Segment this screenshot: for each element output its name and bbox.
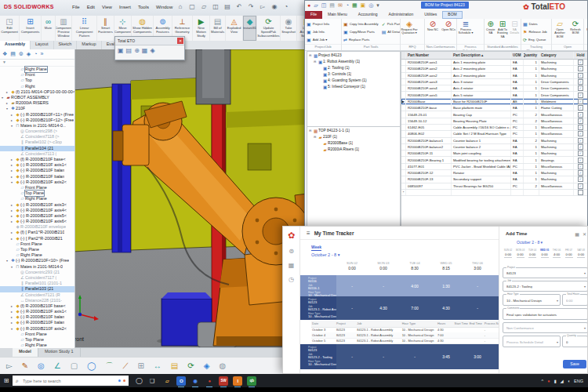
tree-item[interactable]: ▸◆(-) R-2000iB210F balan (0, 314, 74, 320)
mail-icon[interactable]: ✉ (338, 2, 343, 9)
column-header-quantity[interactable]: Quantity (524, 52, 539, 59)
tree-item[interactable]: ▰R2000Base (1) (307, 140, 400, 147)
job-field[interactable]: Job84123-2 : Tooling▾ (503, 281, 588, 292)
tree-item[interactable]: ∥Parallel103 (21 (0, 286, 74, 292)
tree-item[interactable]: ▸◆(-) R-2000iB210F axis1< (0, 309, 74, 314)
ribbon-new-motion-study[interactable]: ▶New Motion Study (193, 16, 210, 41)
eto-tab-file[interactable]: File (305, 11, 322, 19)
tab-motion-study-1[interactable]: Motion Study 1 (38, 348, 81, 357)
tree-item[interactable]: ▾⊓Mates in 2101-M014-0... (0, 123, 74, 129)
bom-row[interactable]: 40806-E02Cable Set / 2 M Brad-Harrison T… (401, 131, 588, 137)
hold-checkbox[interactable]: ✓ (578, 151, 583, 156)
start-button[interactable]: ⊞ (0, 377, 13, 384)
eto-button-dates[interactable]: ▦Dates (521, 20, 549, 27)
eto-button-add-job[interactable]: ▣Add Job ▾ (305, 35, 332, 43)
palette-icon-1[interactable]: ▤ (126, 47, 132, 54)
bom-row[interactable]: R2000iB210F-balance2Counter balance 2EA1… (401, 144, 588, 151)
task-view-button[interactable]: ❑ (150, 378, 154, 384)
bom-row[interactable]: ▶R2000BaseBase for R2000iB210FAS1Weldmen… (401, 99, 588, 105)
cell-hold[interactable]: ✓ (574, 170, 588, 176)
battery-icon[interactable]: ▮ (554, 379, 556, 383)
settings-icon[interactable]: ⊚ (289, 248, 294, 255)
tab-markup[interactable]: Markup (77, 41, 101, 49)
palette-icon-3[interactable]: ▦ (142, 47, 148, 54)
column-header-uom[interactable]: UOM (511, 52, 524, 59)
ribbon-exploded-view[interactable]: ◬Exploded View (226, 16, 243, 41)
grid-icon[interactable]: ▦ (352, 2, 358, 9)
rebuild-icon[interactable]: ◉ (270, 3, 278, 10)
redo-icon[interactable]: ↷ (247, 3, 255, 10)
search-input[interactable] (21, 378, 116, 384)
cortana-button[interactable]: ◯ (136, 377, 143, 384)
bom-row[interactable]: 41077-E01PVC Jacket - Braid Shielded Cab… (401, 164, 588, 170)
hold-checkbox[interactable]: ✓ (578, 183, 583, 189)
cell-hold[interactable]: ✓ (574, 92, 588, 97)
tree-item[interactable]: ⊟▦Project 84123 (307, 53, 400, 59)
panel-tab-icon-2[interactable]: ⊚ (19, 51, 24, 57)
notification-icon[interactable]: ● (547, 379, 550, 383)
palette-icon-4[interactable]: ◈ (150, 47, 154, 54)
eto-button-sa-details[interactable]: ⊟SA Details (509, 19, 521, 44)
hold-checkbox[interactable]: ✓ (578, 105, 583, 111)
add-time-day[interactable]: MON 030:00 (515, 249, 526, 258)
undo-icon[interactable]: ↶ (235, 3, 243, 10)
tree-item[interactable]: ▸◆(f) R-2000iB210F base< (0, 157, 74, 162)
menu-tools[interactable]: Tools (138, 5, 149, 9)
bottom-toolbar-icon-5[interactable]: ◯ (87, 361, 96, 370)
add-time-day[interactable]: THU 064:00 (551, 249, 562, 258)
column-header-hold[interactable]: Hold (574, 52, 588, 59)
menu-insert[interactable]: Insert (119, 5, 131, 9)
chrome-taskbar-icon[interactable]: ◉ (191, 376, 200, 386)
bottom-toolbar-icon-8[interactable]: ⊞ (137, 361, 143, 370)
detail-row[interactable]: October 58412384123-1 - Robot Assembly10… (311, 338, 499, 344)
volume-icon[interactable]: ◖ (568, 379, 570, 383)
ribbon-bill-of-materials[interactable]: ▤Bill of Materials (210, 16, 226, 41)
column-header-part-description[interactable]: Part Description ▴ (452, 52, 511, 59)
tree-item[interactable]: ▣5: Infeed Conveyor (1) (307, 84, 400, 90)
tree-item[interactable]: ∠Coincident7121 (R (0, 292, 74, 298)
file-explorer-taskbar-icon[interactable]: ▱ (162, 376, 172, 386)
tree-item[interactable]: ▸◆(-) R-2000iB210F balan (0, 320, 74, 325)
tree-item[interactable]: ▱Right Plane (0, 252, 74, 258)
add-time-day[interactable]: SAT 080:00 (575, 249, 586, 258)
eto-button-new-nc[interactable]: ⊘New NC (425, 19, 441, 44)
hold-checkbox[interactable]: ✓ (578, 138, 583, 143)
cell-hold[interactable]: ✓ (574, 131, 588, 136)
chart-icon[interactable]: ▣ (361, 2, 366, 9)
non-conformance-field[interactable]: Non Conformance▾ (503, 322, 588, 333)
tree-item[interactable]: ▱Right Plane (0, 196, 74, 201)
cell-hold[interactable]: ✓ (574, 99, 588, 104)
comments-field[interactable]: CommentsFinal spec validation for actuat… (503, 308, 588, 320)
tree-item[interactable]: ▸◆(-) R-2000iB210F axis1< (0, 162, 74, 168)
hold-checkbox[interactable]: ✓ (578, 158, 583, 163)
eto-tab-utilities[interactable]: Utilities (419, 11, 442, 19)
bom-row[interactable]: R2000iB210F-axis4Axis 4 rotatorEA1Drive … (401, 85, 588, 92)
tree-item[interactable]: ∥Parallel101 (2101-1 (0, 281, 74, 286)
bottom-toolbar-icon-4[interactable]: ▢ (71, 361, 78, 370)
bom-row[interactable]: R2000iB210F-axis2Axis 2 mounting plateEA… (401, 66, 588, 72)
process-schedule-detail-field[interactable]: Process Schedule Detail▾ (503, 336, 561, 347)
hold-checkbox[interactable]: ✓ (578, 73, 583, 78)
panel-expand-icon[interactable]: » (40, 51, 43, 57)
bottom-toolbar-icon-0[interactable]: ▻ (6, 361, 13, 370)
save-icon[interactable]: ◫ (212, 3, 220, 10)
totaleto-taskbar-icon[interactable]: ● (205, 376, 214, 386)
cell-hold[interactable]: ✓ (574, 125, 588, 130)
bom-empty-row[interactable]: * (401, 190, 588, 196)
open-icon[interactable]: ▱ (314, 2, 318, 9)
eto-button-open-ncs[interactable]: ⊘Open NCs (441, 19, 456, 44)
add-time-day[interactable]: TUE 040:00 (527, 249, 538, 258)
tree-item[interactable]: ▱Front Plane (0, 332, 74, 337)
bom-row[interactable]: R2000iB210F-balance1Counter balance 1EA2… (401, 138, 588, 144)
eto-button-report[interactable]: ▤Report (584, 19, 587, 44)
palette-title[interactable]: Total ETO (115, 37, 184, 45)
tree-item[interactable]: ▸◆(-) R-2000iB210F axis4< (0, 208, 74, 213)
total-hours-field[interactable]: Total Hours6:00 (562, 294, 588, 306)
add-time-day[interactable]: SUN 020:00 (503, 249, 514, 258)
bottom-toolbar-icon-6[interactable]: ⌒ (105, 361, 113, 372)
bom-row[interactable]: R2000iB210F-baseBase platform mateEA1Fla… (401, 105, 588, 111)
apps-grid-icon[interactable]: ▦ (289, 262, 295, 269)
hold-checkbox[interactable] (578, 190, 583, 195)
project-field[interactable]: Project84123▾ (503, 267, 588, 278)
cell-hold[interactable]: ✓ (574, 183, 588, 189)
